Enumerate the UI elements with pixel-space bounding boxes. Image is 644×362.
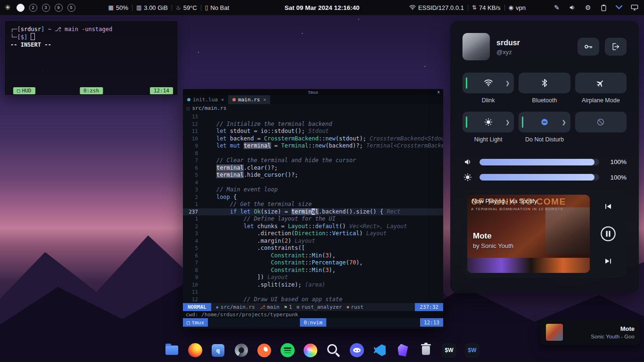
window-close-button[interactable]: x [438, 89, 440, 95]
logout-button[interactable] [605, 38, 627, 56]
dock-item-graphics-app[interactable] [302, 342, 319, 359]
code-line[interactable]: 4 [183, 179, 443, 187]
dock-item-spotify[interactable] [279, 342, 296, 359]
workspace-tag[interactable]: 9 [55, 4, 63, 12]
code-line[interactable]: 11 let stdout = io::stdout(); Stdout [183, 128, 443, 135]
color-picker-button[interactable]: ✎ [552, 3, 561, 12]
code-line[interactable]: 12 // Draw UI based on app state [183, 296, 443, 304]
terminal-line[interactable]: -- INSERT -- [10, 41, 172, 49]
screen-layout-button[interactable] [630, 3, 639, 12]
code-line[interactable]: 9 ]) Layout [183, 274, 443, 281]
code-line[interactable]: 237 if let Ok(size) = terminal.backend()… [183, 208, 443, 216]
code-line[interactable]: 1 // Get the terminal size [183, 201, 443, 208]
code-line[interactable]: 7 Constraint::Percentage(70), [183, 259, 443, 267]
code-line[interactable]: 12 // Initialize the terminal backend [183, 121, 443, 128]
code-line[interactable]: 8 Constraint::Min(3), [183, 267, 443, 274]
code-line[interactable]: 9 let mut terminal = Terminal::new(backe… [183, 142, 443, 150]
wifi-stat[interactable]: ESSID/127.0.0.1 [409, 4, 464, 11]
workspace-tag[interactable]: 5 [67, 4, 75, 12]
dock-item-postman[interactable] [256, 342, 273, 359]
next-button[interactable] [599, 252, 617, 270]
airplane-toggle[interactable] [575, 73, 627, 93]
code-line[interactable]: 5 .constraints([ [183, 245, 443, 252]
dock-item-qutebrowser[interactable]: q [209, 342, 227, 359]
chevron-right-icon[interactable]: ❯ [505, 119, 510, 125]
flag-icon: ⚑ [284, 304, 287, 310]
distro-logo-icon[interactable]: ✳ [5, 3, 11, 12]
bluetooth-toggle[interactable] [519, 73, 570, 93]
dock-item-trash[interactable] [417, 342, 435, 359]
volume-slider[interactable] [479, 159, 599, 165]
code-line[interactable]: 10 .split(size); (area) [183, 281, 443, 289]
battery-value: No Bat [210, 4, 229, 11]
dock-item-file-manager[interactable] [163, 342, 181, 359]
media-notification[interactable]: Mote Sonic Youth - Goo [540, 320, 640, 345]
code-line[interactable]: 7 // Clear the terminal and hide the cur… [183, 157, 443, 165]
code-line[interactable]: 1 // Define layout for the UI [183, 215, 443, 223]
workspace-active[interactable] [17, 4, 25, 12]
dock-item-firefox[interactable] [186, 342, 204, 359]
brightness-slider[interactable] [479, 174, 599, 181]
tab-close-icon[interactable]: × [221, 97, 224, 102]
code-line[interactable]: 5 terminal.hide_cursor()?; [183, 172, 443, 179]
code-line[interactable]: 6 terminal.clear()?; [183, 165, 443, 172]
code-line[interactable]: 6 Constraint::Min(3), [183, 252, 443, 260]
workspace-tag[interactable]: 3 [42, 4, 50, 12]
night-light-toggle[interactable]: ❯ [462, 112, 514, 132]
workspace-tag[interactable]: 2 [29, 4, 37, 12]
dock-item-shell[interactable] [232, 342, 250, 359]
clipboard-button[interactable] [599, 3, 608, 12]
file-icon: □ [187, 106, 189, 111]
code-line[interactable]: 11 [183, 288, 443, 296]
dock-item-sw-blue[interactable]: $W [463, 342, 481, 359]
statusline-branch: ⎇ main [260, 304, 280, 310]
hud-badge[interactable]: □ HUD [13, 87, 35, 94]
square-icon: □ [187, 320, 190, 326]
code-line[interactable]: 3 .direction(Direction::Vertical) Layout [183, 230, 443, 238]
chevron-right-icon[interactable]: ❯ [505, 80, 510, 86]
magnifier-icon [327, 344, 337, 354]
tmux-window-badge[interactable]: 0:nvim [300, 318, 326, 327]
user-handle: @xyz [496, 49, 520, 56]
terminal-output[interactable]: ┌─[srdusr] ~ ⎇ main -unstaged└─[$] -- IN… [5, 21, 178, 53]
tmux-statusbar: □ tmux 0:nvim 12:13 [183, 318, 443, 327]
dock-item-discord[interactable] [348, 342, 365, 359]
wifi-toggle[interactable]: ❯ [462, 73, 514, 93]
tab-main-rs[interactable]: main.rs × [228, 95, 270, 104]
code-line[interactable]: 2 loop { [183, 194, 443, 201]
code-line[interactable]: 4 .margin(2) Layout [183, 238, 443, 245]
code-line[interactable]: 13 [183, 113, 443, 121]
spotify-icon [281, 343, 295, 357]
panel-toggle-button[interactable] [614, 3, 624, 12]
pause-button[interactable] [599, 225, 617, 243]
terminal-line[interactable]: ┌─[srdusr] ~ ⎇ main -unstaged [10, 25, 172, 33]
blocked-toggle[interactable] [575, 112, 627, 132]
dock-item-obsidian[interactable] [394, 342, 412, 359]
firefox-icon [188, 343, 202, 357]
dock-item-sw-light[interactable]: $W [440, 342, 458, 359]
chevron-right-icon[interactable]: ❯ [561, 119, 566, 125]
tmux-session-badge[interactable]: 0:zsh [80, 87, 103, 94]
code-line[interactable]: 8 [183, 150, 443, 157]
toggle-label: Night Light [474, 136, 503, 143]
dock-item-vscode[interactable] [371, 342, 388, 359]
clock[interactable]: Sat 09 Mar 2024 12:16:40 [284, 4, 359, 11]
brush-icon: ✎ [554, 4, 560, 11]
keyring-button[interactable] [578, 38, 599, 56]
tab-close-icon[interactable]: × [263, 97, 266, 102]
code-line[interactable]: 10 let backend = CrosstermBackend::new(s… [183, 135, 443, 143]
dnd-toggle[interactable]: ❯ [519, 112, 570, 132]
vpn-stat[interactable]: ◉ vpn [509, 4, 526, 11]
previous-button[interactable] [599, 197, 617, 215]
statusline-branch-label: main [267, 304, 280, 310]
tmux-session-badge[interactable]: □ tmux [183, 318, 208, 327]
settings-button[interactable]: ⚙ [583, 3, 593, 12]
volume-button[interactable] [568, 3, 577, 12]
terminal-line[interactable]: └─[$] [10, 33, 172, 41]
volume-fill [479, 159, 594, 165]
code-line[interactable]: 2 let chunks = Layout::default() Vec<Rec… [183, 223, 443, 230]
dock-item-screenshot-tool[interactable] [325, 342, 342, 359]
statusline-diagnostics: ⚑ 1 [284, 304, 292, 310]
code-line[interactable]: 3 // Main event loop [183, 186, 443, 194]
tab-init-lua[interactable]: init.lua × [183, 95, 228, 104]
